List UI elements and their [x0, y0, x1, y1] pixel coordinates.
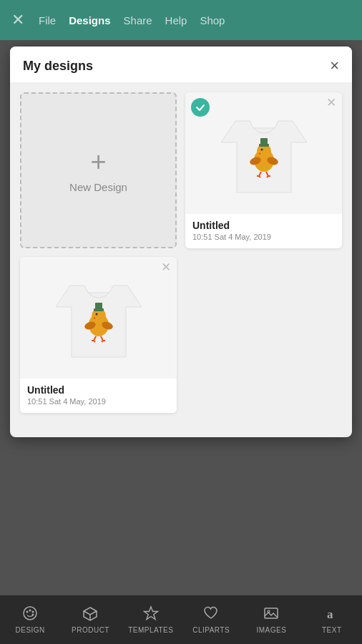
svg-marker-37: [144, 607, 157, 620]
selected-check-badge: [191, 98, 210, 117]
svg-line-12: [259, 176, 260, 177]
svg-point-32: [29, 610, 31, 612]
nav-file[interactable]: File: [39, 14, 56, 26]
svg-rect-38: [265, 608, 278, 618]
star-icon: [143, 605, 159, 623]
bottom-nav-text[interactable]: a TEXT: [302, 605, 362, 634]
design-card-1-image: ✕: [185, 92, 342, 214]
design-card-1[interactable]: ✕: [185, 92, 342, 248]
box-icon: [82, 605, 98, 623]
my-designs-modal: My designs × + New Design ✕: [10, 47, 352, 437]
svg-rect-19: [95, 303, 102, 309]
bottom-nav-product[interactable]: PRODUCT: [60, 605, 120, 634]
plus-icon: +: [90, 148, 106, 175]
bottom-nav-design-label: DESIGN: [15, 626, 44, 634]
svg-line-27: [94, 341, 95, 342]
new-design-label: New Design: [69, 181, 127, 193]
design-card-2-image: ✕: [20, 257, 177, 379]
bottom-nav-product-label: PRODUCT: [72, 626, 109, 634]
bottom-nav-text-label: TEXT: [322, 626, 342, 634]
top-nav: File Designs Share Help Shop: [39, 14, 225, 26]
design-1-name: Untitled: [192, 220, 335, 231]
svg-line-29: [102, 341, 103, 342]
bottom-nav-images-label: IMAGES: [257, 626, 287, 634]
nav-share[interactable]: Share: [124, 14, 152, 26]
nav-shop[interactable]: Shop: [200, 14, 225, 26]
close-icon[interactable]: ✕: [11, 12, 24, 28]
svg-point-30: [24, 607, 36, 620]
bottom-bar: DESIGN PRODUCT TEMPLATES CLIPARTS: [0, 595, 362, 644]
design-card-1-info: Untitled 10:51 Sat 4 May, 2019: [185, 214, 342, 248]
svg-point-33: [32, 611, 34, 613]
card-2-remove-icon[interactable]: ✕: [161, 261, 171, 273]
palette-icon: [22, 605, 38, 623]
svg-point-31: [26, 611, 29, 613]
svg-point-39: [268, 610, 270, 613]
design-card-2-info: Untitled 10:51 Sat 4 May, 2019: [20, 379, 177, 413]
svg-point-20: [95, 313, 97, 316]
top-bar: ✕ File Designs Share Help Shop: [0, 0, 362, 40]
svg-point-5: [260, 149, 263, 151]
svg-line-14: [267, 176, 268, 177]
designs-grid: + New Design ✕: [10, 82, 352, 423]
card-1-remove-icon[interactable]: ✕: [326, 97, 336, 109]
svg-rect-4: [260, 138, 268, 145]
heart-icon: [203, 605, 219, 623]
modal-title: My designs: [23, 59, 93, 74]
nav-help[interactable]: Help: [165, 14, 187, 26]
tshirt-svg-2: [56, 271, 142, 364]
bottom-nav-templates[interactable]: TEMPLATES: [121, 605, 181, 634]
new-design-card[interactable]: + New Design: [20, 92, 177, 248]
bottom-nav-images[interactable]: IMAGES: [241, 605, 301, 634]
text-icon: a: [324, 605, 340, 623]
svg-text:a: a: [327, 608, 333, 621]
design-card-2[interactable]: ✕: [20, 257, 177, 413]
bottom-nav-cliparts[interactable]: CLIPARTS: [181, 605, 241, 634]
tshirt-svg-1: [221, 107, 307, 200]
image-icon: [263, 605, 279, 623]
design-2-name: Untitled: [27, 384, 170, 396]
bottom-nav-design[interactable]: DESIGN: [0, 605, 60, 634]
bottom-nav-templates-label: TEMPLATES: [128, 626, 173, 634]
modal-header: My designs ×: [10, 47, 352, 82]
design-2-date: 10:51 Sat 4 May, 2019: [27, 397, 170, 406]
bottom-nav-cliparts-label: CLIPARTS: [192, 626, 230, 634]
nav-designs[interactable]: Designs: [69, 14, 110, 26]
modal-close-button[interactable]: ×: [330, 58, 339, 74]
design-1-date: 10:51 Sat 4 May, 2019: [192, 233, 335, 241]
